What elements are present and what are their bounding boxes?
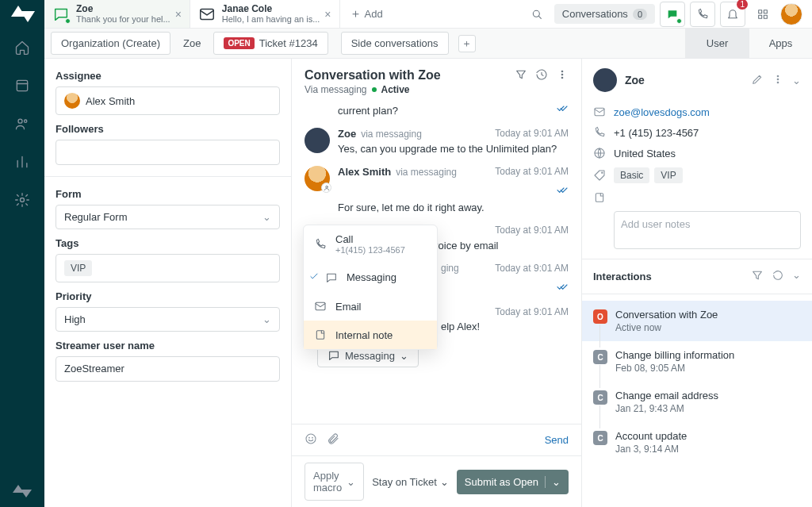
- svg-point-13: [325, 186, 327, 188]
- form-label: Form: [56, 188, 280, 200]
- channel-option-messaging[interactable]: Messaging: [304, 263, 437, 292]
- conversation-title: Conversation with Zoe: [304, 68, 515, 83]
- interaction-title: Account update: [615, 430, 687, 442]
- priority-select[interactable]: High ⌄: [56, 307, 280, 332]
- call-button[interactable]: [690, 2, 715, 27]
- send-button[interactable]: Send: [545, 434, 569, 446]
- read-receipt-icon: [556, 102, 569, 117]
- tag-chip[interactable]: VIP: [64, 260, 92, 276]
- submit-button[interactable]: Submit as Open ⌄: [457, 470, 569, 494]
- organization-tab[interactable]: Organization (Create): [51, 32, 170, 55]
- chevron-down-icon: ⌄: [262, 313, 271, 325]
- workspace-tabs: Zoe Thank you for your hel... × Janae Co…: [44, 0, 812, 29]
- chevron-down-icon[interactable]: ⌄: [545, 476, 561, 488]
- context-tab-user[interactable]: User: [685, 29, 749, 58]
- attach-button[interactable]: [327, 432, 339, 447]
- interaction-item[interactable]: C Change billing informationFeb 08, 9:05…: [582, 341, 812, 382]
- context-tab-apps[interactable]: Apps: [749, 29, 812, 58]
- conversations-button[interactable]: Conversations 0: [554, 4, 655, 24]
- filter-icon[interactable]: [515, 68, 527, 83]
- add-side-conversation-button[interactable]: ＋: [458, 35, 476, 52]
- channel-option-email[interactable]: Email: [304, 292, 437, 321]
- close-icon[interactable]: ×: [324, 8, 331, 21]
- more-icon[interactable]: [772, 73, 784, 88]
- profile-email[interactable]: zoe@lovesdogs.com: [614, 106, 710, 118]
- svg-rect-15: [316, 331, 324, 340]
- nav-views[interactable]: [0, 67, 44, 105]
- channel-option-call[interactable]: Call +1(415) 123-4567: [304, 225, 437, 263]
- avatar: [593, 68, 617, 92]
- tab-ticket-janae[interactable]: Janae Cole Hello, I am having an is... ×: [190, 0, 340, 28]
- nav-home[interactable]: [0, 29, 44, 67]
- svg-rect-9: [764, 15, 767, 18]
- chat-indicator-button[interactable]: [660, 2, 685, 27]
- assignee-name: Alex Smith: [86, 95, 135, 107]
- message-time: Today at 9:01 AM: [495, 166, 569, 177]
- more-icon[interactable]: [556, 68, 569, 83]
- form-select[interactable]: Regular Form ⌄: [56, 205, 280, 229]
- filter-icon[interactable]: [751, 269, 764, 284]
- side-conversations-tab[interactable]: Side conversations: [341, 32, 449, 55]
- status-badge: C: [593, 390, 607, 405]
- svg-rect-8: [759, 15, 762, 18]
- interaction-sub: Active now: [615, 322, 718, 333]
- add-tab-button[interactable]: ＋ Add: [340, 0, 393, 28]
- interaction-item[interactable]: C Account updateJan 3, 9:14 AM: [582, 422, 812, 463]
- channel-option-internal-note[interactable]: Internal note: [304, 321, 437, 349]
- plus-icon: ＋: [350, 6, 362, 21]
- menu-item-label: Messaging: [347, 271, 396, 283]
- menu-item-label: Email: [335, 301, 362, 313]
- interaction-item[interactable]: C Change email addressJan 21, 9:43 AM: [582, 382, 812, 422]
- conversation-via: Via messaging: [304, 84, 367, 95]
- requester-tab[interactable]: Zoe: [175, 33, 209, 54]
- interaction-item[interactable]: O Conversation with ZoeActive now: [582, 301, 812, 341]
- svg-point-12: [561, 77, 563, 79]
- ticket-tab[interactable]: OPEN Ticket #1234: [213, 32, 327, 55]
- tags-field[interactable]: VIP: [56, 254, 280, 282]
- apply-macro-select[interactable]: Apply macro ⌄: [304, 463, 364, 501]
- user-notes-field[interactable]: Add user notes: [614, 211, 801, 249]
- nav-customers[interactable]: [0, 105, 44, 143]
- message-author: Zoe: [338, 128, 356, 140]
- tag-chip[interactable]: Basic: [614, 167, 649, 183]
- interaction-title: Change email address: [615, 390, 718, 401]
- interactions-list: O Conversation with ZoeActive now C Chan…: [582, 294, 812, 469]
- refresh-icon[interactable]: [772, 269, 784, 284]
- message-author: Alex Smith: [338, 166, 391, 178]
- stay-on-ticket-button[interactable]: Stay on Ticket ⌄: [372, 476, 449, 488]
- tab-title: Zoe: [76, 3, 170, 14]
- close-icon[interactable]: ×: [175, 8, 182, 21]
- notifications-button[interactable]: 1: [720, 2, 745, 27]
- svg-point-21: [777, 82, 779, 83]
- search-button[interactable]: [524, 2, 550, 27]
- chevron-down-icon[interactable]: ⌄: [792, 269, 801, 284]
- followers-field[interactable]: [56, 140, 280, 165]
- svg-point-2: [25, 120, 27, 122]
- history-icon[interactable]: [535, 68, 548, 83]
- zendesk-logo-icon: [13, 485, 32, 499]
- svg-rect-6: [759, 10, 762, 13]
- tab-ticket-zoe[interactable]: Zoe Thank you for your hel... ×: [44, 0, 190, 28]
- note-icon: [593, 191, 606, 204]
- read-receipt-icon: [556, 280, 569, 295]
- chevron-down-icon[interactable]: ⌄: [792, 75, 801, 86]
- apps-grid-button[interactable]: [750, 2, 776, 27]
- edit-icon[interactable]: [751, 73, 764, 88]
- avatar: [64, 93, 80, 109]
- tag-chip[interactable]: VIP: [654, 167, 682, 183]
- globe-icon: [593, 147, 606, 159]
- profile-name: Zoe: [625, 74, 743, 86]
- priority-value: High: [64, 313, 86, 325]
- emoji-button[interactable]: [304, 432, 317, 447]
- streamer-value: ZoeStreamer: [64, 363, 124, 374]
- mail-icon: [593, 106, 606, 118]
- mail-icon: [198, 6, 216, 23]
- nav-admin[interactable]: [0, 181, 44, 219]
- menu-item-sub: +1(415) 123-4567: [335, 245, 405, 255]
- streamer-field[interactable]: ZoeStreamer: [56, 356, 280, 382]
- menu-item-label: Call: [335, 233, 405, 245]
- profile-avatar[interactable]: [780, 3, 802, 25]
- nav-reporting[interactable]: [0, 143, 44, 181]
- assignee-field[interactable]: Alex Smith: [56, 86, 280, 115]
- status-badge: C: [593, 431, 607, 445]
